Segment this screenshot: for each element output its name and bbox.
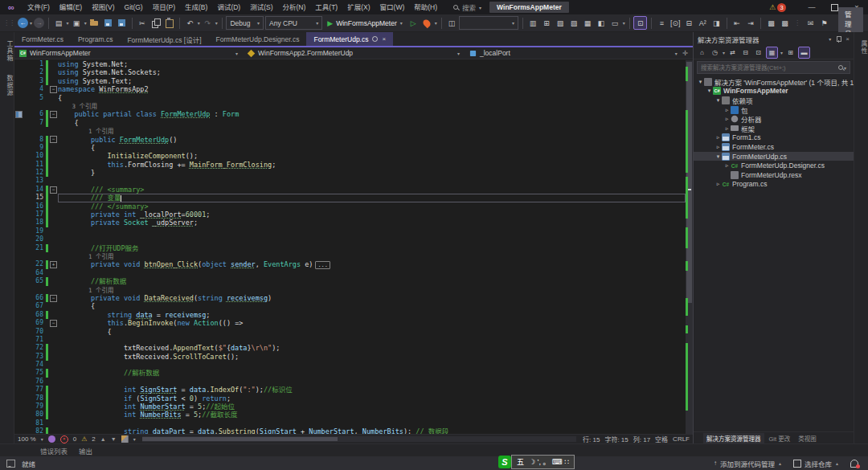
code-line[interactable]: 75 //解析数据 xyxy=(14,369,686,377)
redo-button[interactable]: ↷ xyxy=(202,17,214,29)
tree-expander[interactable]: ▹ xyxy=(714,181,722,187)
tree-item[interactable]: ▹C#Program.cs xyxy=(694,180,854,190)
menu-item[interactable]: 调试(D) xyxy=(212,3,245,11)
tree-item[interactable]: ▹分析器 xyxy=(694,114,854,124)
tree-expander[interactable]: ▹ xyxy=(723,107,731,113)
collapse-all-icon[interactable]: ⊟ xyxy=(740,47,751,58)
tree-item[interactable]: ▾依赖项 xyxy=(694,96,854,105)
chevron-down-icon[interactable]: ▾ xyxy=(67,20,69,26)
code-line[interactable]: 12 } xyxy=(14,169,686,177)
line-ending-indicator[interactable]: CRLF xyxy=(673,435,690,443)
chevron-down-icon[interactable]: ▾ xyxy=(435,20,437,26)
window-position-icon[interactable]: ▾ xyxy=(829,36,831,42)
code-line[interactable]: 4−namespace WinFormsApp2 xyxy=(14,85,686,93)
intellicode-toggle-button[interactable]: ⊡ xyxy=(633,16,647,30)
chevron-down-icon[interactable]: ▾ xyxy=(41,436,43,442)
scrollbar-thumb[interactable] xyxy=(142,437,338,441)
package-manager-button[interactable]: ▦ xyxy=(582,17,594,29)
menu-item[interactable]: 生成(B) xyxy=(180,3,212,11)
code-line[interactable]: 11 this.FormClosing += MainForm_FormClos… xyxy=(14,161,686,169)
left-strip-tab[interactable]: 工具箱 xyxy=(0,35,14,67)
code-editor[interactable]: 1using System.Net;2using System.Net.Sock… xyxy=(14,60,686,436)
chevron-down-icon[interactable]: ▾ xyxy=(780,50,783,55)
new-project-button[interactable]: ▤ xyxy=(53,17,65,29)
menu-item[interactable]: 编辑(E) xyxy=(55,3,87,11)
chevron-down-icon[interactable]: ▾ xyxy=(623,20,625,26)
chevron-down-icon[interactable]: ▾ xyxy=(133,436,136,442)
menu-item[interactable]: 项目(P) xyxy=(148,3,180,11)
paste-button[interactable] xyxy=(163,17,175,29)
code-line[interactable]: 17 private int _localPort=60001; xyxy=(14,210,686,219)
comment-button[interactable]: ▭ xyxy=(609,17,621,29)
menu-item[interactable]: 帮助(H) xyxy=(409,3,442,11)
send-feedback-icon[interactable]: ✉ xyxy=(805,17,817,29)
ime-wubi-mode[interactable]: 五 xyxy=(517,456,524,467)
chevron-down-icon[interactable]: ▾ xyxy=(84,20,87,26)
code-line[interactable]: 69− this.BeginInvoke(new Action(() => xyxy=(14,319,686,327)
code-line[interactable]: 2using System.Net.Sockets; xyxy=(14,68,686,76)
tree-expander[interactable]: ▾ xyxy=(697,79,704,85)
fold-marker[interactable]: − xyxy=(50,136,57,143)
home-icon[interactable]: ⌂ xyxy=(697,47,707,58)
next-issue-button[interactable]: ▼ xyxy=(111,436,117,442)
zoom-level-dropdown[interactable]: 100 % xyxy=(18,435,36,443)
panel-tab[interactable]: 解决方案资源管理器 xyxy=(703,433,764,443)
indent-increase-button[interactable]: ⇥ xyxy=(744,17,756,29)
tree-expander[interactable]: ▹ xyxy=(714,134,722,141)
document-tab[interactable]: Program.cs xyxy=(71,32,120,46)
chevron-down-icon[interactable]: ▾ xyxy=(215,20,218,26)
codelens-row[interactable]: 1 个引用 xyxy=(14,252,686,260)
document-tab[interactable]: FormMeter.cs xyxy=(14,32,71,46)
code-line[interactable]: 79 int NumberStart = 5;//起始位 xyxy=(14,403,686,411)
menu-item[interactable]: 工具(T) xyxy=(310,3,342,11)
code-cleanup-icon[interactable] xyxy=(121,435,129,443)
error-count[interactable]: 0 xyxy=(73,435,76,443)
code-line[interactable]: 16 /// </summary> xyxy=(14,202,686,210)
code-line[interactable]: 15 /// 变量 xyxy=(14,194,686,202)
tree-item[interactable]: ▾解决方案 'WinFormsAppMeter' (1 个项目, 共 1 个) xyxy=(694,77,854,87)
tree-expander[interactable]: ▹ xyxy=(723,162,731,169)
fold-marker[interactable]: + xyxy=(50,261,57,268)
horizontal-scrollbar[interactable] xyxy=(142,436,576,442)
start-without-debugging-button[interactable]: ▷ xyxy=(407,17,420,29)
navigate-back-button[interactable]: ← xyxy=(18,18,28,28)
chevron-down-icon[interactable]: ▾ xyxy=(675,51,678,56)
code-line[interactable]: 10 InitializeComponent(); xyxy=(14,152,686,160)
open-folder-button[interactable] xyxy=(88,17,100,29)
menu-item[interactable]: 扩展(X) xyxy=(342,3,375,11)
menu-item[interactable]: 测试(S) xyxy=(245,3,277,11)
live-share-icon[interactable] xyxy=(48,435,55,443)
add-to-source-control-button[interactable]: ↑ 添加到源代码管理 ▲ xyxy=(714,459,782,468)
vertical-scrollbar[interactable] xyxy=(686,60,693,436)
menu-item[interactable]: 窗口(W) xyxy=(375,3,410,11)
menu-item[interactable]: 视图(V) xyxy=(87,3,119,11)
code-line[interactable]: 1using System.Net; xyxy=(14,60,686,68)
fold-marker[interactable]: − xyxy=(50,86,57,93)
comment-selection-button[interactable]: ▩ xyxy=(765,17,777,29)
minimize-button[interactable]: — xyxy=(800,0,823,14)
start-debugging-button[interactable]: ▶ WinFormsAppMeter ▾ xyxy=(324,17,406,30)
menu-item[interactable]: Git(G) xyxy=(120,3,148,11)
search-depth-dropdown[interactable]: ▾ xyxy=(459,16,518,30)
document-tab[interactable]: FormMeterUdp.cs× xyxy=(306,32,393,46)
breadcrumb-project-dropdown[interactable]: C# WinFormsAppMeter ▾ xyxy=(14,47,243,59)
fold-marker[interactable]: − xyxy=(50,320,57,327)
notification-badge[interactable]: 3 xyxy=(777,3,786,12)
hot-reload-button[interactable] xyxy=(421,17,433,29)
code-line[interactable]: 78 if (SignStart < 0) return; xyxy=(14,394,686,403)
navigate-forward-button[interactable]: → xyxy=(34,18,44,28)
undo-button[interactable]: ↶ xyxy=(184,17,196,29)
properties-icon[interactable]: ⊞ xyxy=(785,47,796,58)
copy-button[interactable] xyxy=(149,17,162,29)
document-tab[interactable]: FormMeterUdp.cs [设计] xyxy=(120,32,208,46)
sync-with-active-document-icon[interactable]: ⇄ xyxy=(727,47,738,58)
warning-icon[interactable]: ⚠ xyxy=(769,3,776,11)
tree-item[interactable]: ▹Form1.cs xyxy=(694,133,854,143)
sogou-logo-icon[interactable]: S xyxy=(498,456,511,468)
code-line[interactable]: 70 { xyxy=(14,328,686,336)
target-framework-icon[interactable]: ◫ xyxy=(445,17,457,29)
test-explorer-button[interactable]: ▨ xyxy=(568,17,580,29)
add-item-button[interactable]: ▣ xyxy=(71,17,83,29)
cut-button[interactable]: ✂ xyxy=(136,17,148,29)
line-indicator[interactable]: 行: 15 xyxy=(583,435,600,443)
